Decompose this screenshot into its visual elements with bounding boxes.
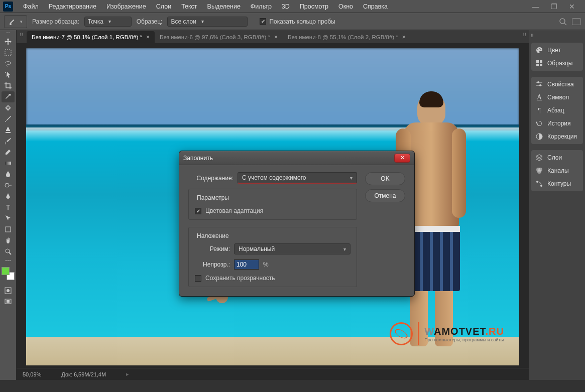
svg-point-12 (6, 249, 10, 253)
mode-select[interactable]: Нормальный (234, 243, 350, 254)
menu-layer[interactable]: Слои (151, 1, 176, 12)
dodge-tool[interactable] (2, 180, 15, 191)
shape-tool[interactable] (2, 224, 15, 235)
preserve-label: Сохранить прозрачность (205, 275, 275, 282)
doc-size[interactable]: Док: 6,59M/21,4M (61, 371, 106, 377)
menu-image[interactable]: Изображение (101, 1, 151, 12)
tab-close-icon[interactable]: × (402, 34, 406, 41)
panel-properties[interactable]: Свойства (531, 78, 583, 91)
stamp-tool[interactable] (2, 124, 15, 136)
foreground-color-swatch[interactable] (2, 267, 10, 275)
window-close-icon[interactable]: ✕ (567, 3, 577, 11)
opacity-label: Непрозр.: (195, 261, 230, 268)
hand-tool[interactable] (2, 235, 15, 246)
panel-paragraph[interactable]: ¶ Абзац (531, 104, 583, 117)
color-adapt-checkbox[interactable]: ✔ (195, 208, 201, 214)
panel-layers[interactable]: Слои (531, 151, 583, 164)
eraser-tool[interactable] (2, 147, 15, 158)
toolbar-more[interactable]: ⋯ (2, 257, 15, 264)
heal-tool[interactable] (2, 102, 15, 113)
tabbar-handle-left-icon[interactable]: ⠿ (19, 32, 24, 38)
brush-tool[interactable] (2, 113, 15, 124)
svg-rect-2 (5, 50, 11, 56)
menu-filter[interactable]: Фильтр (246, 1, 277, 12)
panel-history[interactable]: История (531, 117, 583, 130)
content-select[interactable]: С учетом содержимого (238, 172, 357, 184)
opacity-input[interactable] (234, 259, 259, 270)
menu-select[interactable]: Выделение (202, 1, 246, 12)
dialog-close-button[interactable]: ✕ (394, 154, 410, 163)
menu-3d[interactable]: 3D (277, 1, 295, 12)
zoom-tool[interactable] (2, 246, 15, 257)
window-restore-icon[interactable]: ❐ (549, 3, 559, 11)
sliders-icon (535, 80, 543, 88)
menu-view[interactable]: Просмотр (295, 1, 333, 12)
opacity-unit: % (263, 261, 269, 268)
panel-swatches[interactable]: Образцы (531, 57, 583, 70)
document-tab-3[interactable]: Без имени-8 @ 55,1% (Слой 2, RGB/8#) * × (283, 31, 411, 43)
app-logo-icon: Ps (3, 2, 13, 12)
history-brush-tool[interactable] (2, 136, 15, 147)
tabbar-handle-right-icon[interactable]: ⠿ (522, 32, 527, 38)
tab-close-icon[interactable]: × (274, 34, 278, 41)
gradient-tool[interactable] (2, 158, 15, 169)
zoom-level[interactable]: 50,09% (23, 371, 41, 377)
move-tool[interactable] (2, 36, 15, 47)
pen-tool[interactable] (2, 191, 15, 202)
panel-handle-icon[interactable]: ⠿ (529, 33, 534, 39)
sample-select[interactable]: Все слои (167, 17, 248, 27)
sample-size-select[interactable]: Точка (84, 17, 132, 27)
paths-icon (535, 180, 543, 188)
path-select-tool[interactable] (2, 213, 15, 224)
paragraph-icon: ¶ (535, 106, 543, 114)
panel-adjustments[interactable]: Коррекция (531, 130, 583, 143)
tab-label: Без имени-8 @ 55,1% (Слой 2, RGB/8#) * (288, 34, 398, 40)
document-tab-2[interactable]: Без имени-6 @ 97,6% (Слой 3, RGB/8#) * × (155, 31, 283, 43)
dialog-title: Заполнить (183, 155, 394, 162)
menu-file[interactable]: Файл (18, 1, 44, 12)
svg-rect-24 (540, 64, 542, 66)
dialog-titlebar[interactable]: Заполнить ✕ (179, 151, 414, 165)
window-minimize-icon[interactable]: — (531, 3, 541, 11)
ok-button[interactable]: OK (365, 172, 405, 185)
panel-paths[interactable]: Контуры (531, 177, 583, 190)
tab-close-icon[interactable]: × (146, 34, 150, 41)
show-ring-checkbox[interactable]: ✔ (260, 18, 266, 25)
search-icon[interactable] (559, 18, 567, 26)
status-chevron-icon[interactable]: ▸ (126, 371, 129, 377)
screenmode-tool[interactable] (2, 296, 15, 307)
type-tool[interactable]: T (2, 202, 15, 213)
toolbar-handle-icon[interactable] (3, 32, 13, 34)
panel-channels[interactable]: Каналы (531, 164, 583, 177)
menu-edit[interactable]: Редактирование (44, 1, 101, 12)
toolbar: T ⋯ (0, 30, 17, 380)
panel-label: История (547, 120, 571, 127)
panel-label: Контуры (547, 180, 571, 187)
menu-type[interactable]: Текст (176, 1, 202, 12)
color-swatches[interactable] (2, 267, 15, 280)
svg-rect-7 (5, 162, 11, 165)
eyedropper-tool[interactable] (2, 91, 15, 102)
menu-help[interactable]: Справка (358, 1, 393, 12)
panel-character[interactable]: A Символ (531, 91, 583, 104)
quick-select-tool[interactable] (2, 69, 15, 80)
mode-label: Режим: (195, 245, 230, 252)
panel-color[interactable]: Цвет (531, 44, 583, 57)
preserve-checkbox[interactable] (195, 275, 201, 282)
tool-preset-button[interactable]: ▾ (4, 15, 27, 28)
document-tab-1[interactable]: Без имени-7 @ 50,1% (Слой 1, RGB/8#) * × (27, 31, 155, 43)
svg-line-13 (9, 252, 11, 254)
crop-tool[interactable] (2, 80, 15, 91)
menu-window[interactable]: Окно (333, 1, 358, 12)
svg-point-28 (539, 84, 541, 86)
marquee-tool[interactable] (2, 47, 15, 58)
blur-tool[interactable] (2, 169, 15, 180)
cancel-button[interactable]: Отмена (365, 189, 405, 202)
blending-fieldset: Наложение Режим: Нормальный Непрозр.: % … (188, 227, 357, 287)
panel-group-color: Цвет Образцы (531, 43, 583, 71)
tab-label: Без имени-7 @ 50,1% (Слой 1, RGB/8#) * (32, 34, 142, 40)
quickmask-tool[interactable] (2, 285, 15, 296)
workspace-icon[interactable] (572, 18, 581, 25)
tab-label: Без имени-6 @ 97,6% (Слой 3, RGB/8#) * (160, 34, 270, 40)
lasso-tool[interactable] (2, 58, 15, 69)
